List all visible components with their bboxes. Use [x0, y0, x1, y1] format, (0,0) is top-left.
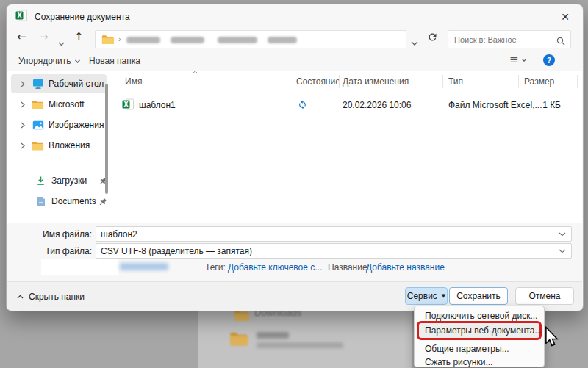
organize-label: Упорядочить [18, 56, 71, 66]
sidebar-item-documents[interactable]: Documents [11, 192, 107, 211]
file-date: 20.02.2026 10:06 [343, 100, 411, 110]
background-folder-icon [229, 331, 249, 350]
sidebar-item-pictures[interactable]: Изображения [11, 115, 107, 134]
sidebar-item-downloads[interactable]: Загрузки [11, 171, 107, 190]
dropdown-arrow-icon: ▼ [442, 293, 445, 299]
menu-item-web-document-options[interactable]: Параметры веб-документа... [425, 325, 542, 336]
forward-icon: → [39, 30, 49, 43]
tags-add-link[interactable]: Добавьте ключевое с... [228, 262, 322, 273]
sidebar-scrollbar[interactable] [105, 84, 108, 194]
pin-icon[interactable] [99, 198, 107, 206]
filename-label: Имя файла: [29, 229, 92, 239]
menu-item-compress-pictures[interactable]: Сжать рисунки... [425, 357, 492, 367]
folder-icon [32, 100, 44, 109]
search-icon[interactable] [556, 35, 565, 48]
hide-folders-button[interactable]: Скрыть папки [17, 292, 85, 302]
column-header-name[interactable]: Имя [125, 76, 142, 87]
menu-item-map-network-drive[interactable]: Подключить сетевой диск... [425, 311, 537, 321]
filetype-value: CSV UTF-8 (разделитель — запятая) [96, 246, 559, 256]
back-icon[interactable]: ← [17, 30, 26, 43]
authors-redaction [41, 259, 118, 275]
tools-button-label: Сервис [407, 291, 437, 301]
sidebar-item-label: Изображения [49, 120, 104, 130]
sidebar-item-label: Вложения [49, 140, 90, 151]
file-name: шаблон1 [139, 100, 176, 110]
folder-icon [32, 141, 44, 151]
column-divider[interactable] [339, 75, 340, 88]
folder-icon [101, 35, 115, 48]
chevron-right-icon[interactable] [21, 142, 25, 149]
svg-text:X: X [17, 12, 22, 19]
search-input[interactable] [448, 31, 556, 48]
downloads-icon [35, 176, 47, 186]
column-header-size[interactable]: Размер [524, 76, 554, 87]
column-divider[interactable] [290, 75, 290, 88]
title-add-link[interactable]: Добавьте название [366, 262, 445, 273]
view-options-button[interactable]: ≡ [509, 54, 526, 65]
column-header-status[interactable]: Состояние [296, 76, 340, 87]
filename-combobox[interactable] [96, 226, 572, 242]
column-header-date[interactable]: Дата изменения [343, 76, 409, 87]
chevron-down-icon[interactable] [559, 232, 566, 237]
mouse-cursor [545, 326, 559, 350]
breadcrumb-redacted[interactable] [126, 37, 160, 43]
sidebar-item-microsoft[interactable]: Microsoft [11, 95, 107, 114]
recent-locations-chevron-icon[interactable] [58, 36, 65, 49]
breadcrumb-redacted[interactable] [171, 37, 204, 43]
sort-ascending-icon [192, 71, 198, 74]
organize-button[interactable]: Упорядочить [18, 56, 80, 66]
sidebar-item-attachments[interactable]: Вложения [11, 136, 107, 155]
excel-file-icon: X [122, 98, 134, 113]
tools-menu: Подключить сетевой диск... Параметры веб… [414, 306, 545, 367]
chevron-down-icon[interactable] [559, 249, 566, 253]
refresh-icon[interactable] [427, 32, 438, 46]
chevron-right-icon[interactable] [21, 122, 25, 129]
search-box[interactable] [448, 30, 571, 48]
sync-status-icon [298, 99, 307, 112]
sidebar-item-label: Загрузки [51, 176, 87, 186]
cancel-button[interactable]: Отмена [515, 287, 574, 305]
up-icon[interactable]: ↑ [74, 30, 84, 43]
tools-button[interactable]: Сервис ▼ [405, 287, 448, 305]
save-dialog: X Сохранение документа ✕ ← → ↑ › [6, 4, 584, 311]
breadcrumb-redacted[interactable] [218, 37, 257, 43]
menu-item-general-options[interactable]: Общие параметры... [425, 344, 509, 354]
filename-input[interactable] [96, 227, 559, 241]
hide-folders-label: Скрыть папки [29, 292, 85, 302]
save-button[interactable]: Сохранить [449, 287, 508, 305]
sidebar-item-desktop[interactable]: Рабочий стол [11, 74, 107, 93]
file-size: 1 КБ [514, 100, 561, 110]
table-row[interactable]: X шаблон1 20.02.2026 10:06 Файл Microsof… [113, 95, 580, 113]
breadcrumb-redacted[interactable] [268, 37, 297, 43]
column-divider[interactable] [518, 75, 519, 88]
help-icon[interactable]: ? [543, 54, 555, 66]
tags-label: Теги: [205, 262, 226, 273]
chevron-right-icon[interactable] [21, 101, 25, 108]
filetype-label: Тип файла: [29, 246, 92, 256]
authors-blurred-value[interactable] [120, 263, 168, 270]
sidebar-item-label: Рабочий стол [49, 79, 104, 89]
new-folder-button[interactable]: Новая папка [89, 56, 140, 66]
close-icon[interactable]: ✕ [553, 9, 577, 25]
chevron-right-icon[interactable] [21, 81, 25, 87]
pictures-icon [32, 120, 44, 130]
excel-app-icon: X [15, 10, 27, 24]
background-blurred-name [257, 332, 289, 339]
list-view-icon: ≡ [509, 54, 519, 65]
column-divider[interactable] [442, 75, 443, 88]
breadcrumb-separator: › [118, 35, 121, 43]
desktop-icon [32, 79, 44, 89]
sidebar-item-label: Documents [51, 196, 96, 206]
address-bar[interactable]: › [95, 30, 406, 48]
chevron-down-icon [522, 59, 526, 62]
column-divider[interactable] [577, 75, 578, 88]
column-header-type[interactable]: Тип [448, 76, 463, 87]
dialog-title: Сохранение документа [35, 12, 130, 22]
documents-icon [35, 196, 47, 206]
filetype-select[interactable]: CSV UTF-8 (разделитель — запятая) [96, 243, 572, 259]
sidebar-item-label: Microsoft [49, 99, 85, 109]
address-dropdown-chevron-icon[interactable] [411, 36, 418, 49]
chevron-up-icon [17, 295, 24, 299]
background-blurred-details [257, 342, 343, 348]
background-folder-icon [234, 309, 250, 325]
